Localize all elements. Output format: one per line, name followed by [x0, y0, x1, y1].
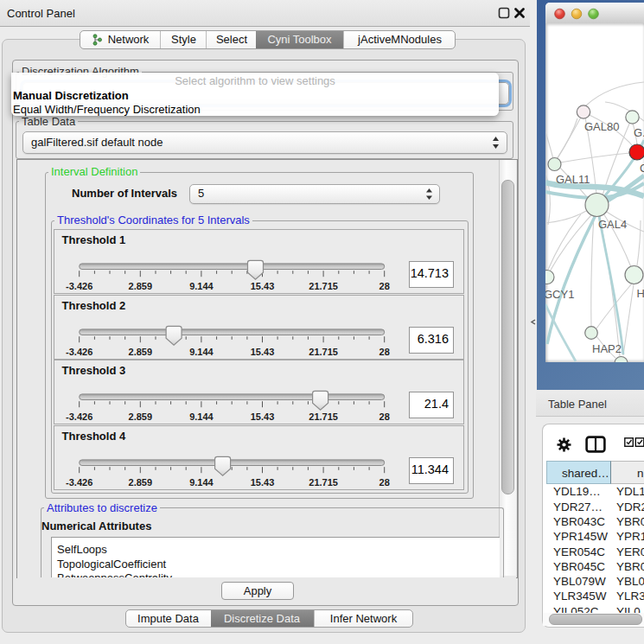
- svg-text:15.43: 15.43: [250, 476, 274, 487]
- svg-text:-3.426: -3.426: [66, 346, 92, 356]
- svg-text:2.859: 2.859: [128, 476, 152, 487]
- svg-text:-3.426: -3.426: [66, 411, 92, 422]
- svg-text:2.859: 2.859: [128, 411, 152, 422]
- svg-text:21.715: 21.715: [309, 281, 338, 291]
- svg-text:GAL4: GAL4: [598, 218, 627, 231]
- svg-text:H: H: [637, 287, 644, 300]
- svg-text:15.43: 15.43: [250, 411, 274, 422]
- svg-text:Threshold 3: Threshold 3: [61, 364, 125, 377]
- svg-text:-3.426: -3.426: [66, 476, 92, 487]
- svg-text:Threshold 1: Threshold 1: [61, 233, 125, 246]
- svg-text:15.43: 15.43: [250, 346, 274, 356]
- svg-text:G.: G.: [634, 126, 644, 139]
- svg-text:28: 28: [379, 281, 389, 291]
- svg-text:-3.426: -3.426: [66, 281, 92, 291]
- svg-text:9.144: 9.144: [189, 346, 214, 356]
- svg-text:28: 28: [379, 346, 389, 356]
- svg-text:21.715: 21.715: [309, 476, 338, 487]
- svg-text:HAP2: HAP2: [592, 342, 622, 355]
- svg-text:9.144: 9.144: [189, 411, 214, 422]
- svg-text:21.715: 21.715: [309, 411, 338, 422]
- svg-text:GCY1: GCY1: [545, 288, 574, 301]
- svg-text:9.144: 9.144: [189, 476, 214, 487]
- svg-text:28: 28: [379, 411, 389, 422]
- svg-text:28: 28: [379, 476, 389, 487]
- svg-text:C: C: [640, 162, 644, 175]
- svg-text:GAL80: GAL80: [584, 120, 619, 133]
- svg-text:GAL11: GAL11: [556, 173, 590, 186]
- svg-text:Threshold 2: Threshold 2: [61, 299, 125, 312]
- svg-text:Threshold 4: Threshold 4: [61, 430, 125, 443]
- svg-text:9.144: 9.144: [189, 281, 214, 291]
- svg-text:21.715: 21.715: [309, 346, 338, 356]
- svg-text:15.43: 15.43: [250, 281, 274, 291]
- svg-text:2.859: 2.859: [128, 281, 152, 291]
- svg-text:2.859: 2.859: [128, 346, 152, 356]
